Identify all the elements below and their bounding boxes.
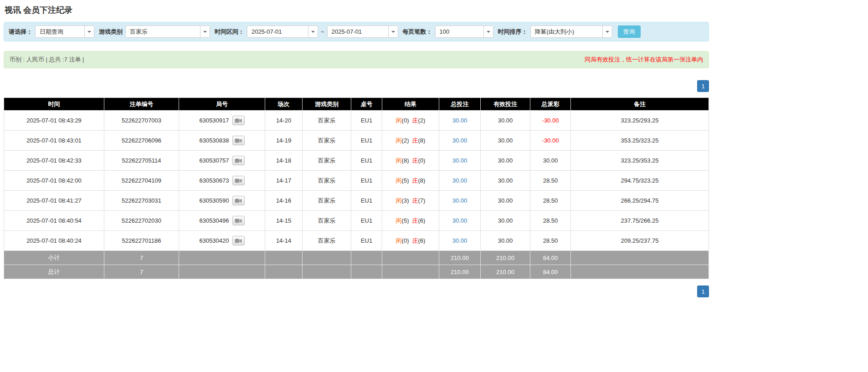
cell-session: 14-20 <box>265 111 303 131</box>
result-player-label: 闲 <box>396 157 402 164</box>
cell-total-bet: 30.00 <box>439 111 481 131</box>
result-player-count: (0) <box>402 237 409 244</box>
result-banker-label: 庄 <box>412 117 418 124</box>
cell-game-type: 百家乐 <box>303 171 351 191</box>
round-wrap: 630530590 <box>180 196 264 205</box>
result-banker-count: (6) <box>418 237 426 244</box>
summary-empty-cell <box>179 251 265 265</box>
cell-remark: 237.75/266.25 <box>571 211 709 231</box>
table-header-row: 时间注单编号局号场次游戏类别桌号结果总投注有效投注总派彩备注 <box>4 98 709 111</box>
page-button[interactable]: 1 <box>697 80 709 92</box>
video-button[interactable] <box>232 116 245 125</box>
cell-valid-bet: 30.00 <box>481 231 530 251</box>
filter-bar: 请选择： 日期查询 游戏类别 百家乐 时间区间： 2025-07-01 ~ 20… <box>4 22 709 41</box>
page-size-dropdown[interactable]: 100 <box>435 25 493 38</box>
cell-bet-id: 522622701186 <box>104 231 179 251</box>
cell-game-type: 百家乐 <box>303 211 351 231</box>
result-banker-count: (8) <box>418 177 426 184</box>
table-footer: 小计7210.00210.0084.00总计7210.00210.0084.00 <box>4 251 709 279</box>
round-number: 630530496 <box>199 217 229 224</box>
summary-count-cell: 7 <box>104 251 179 265</box>
cell-remark: 323.25/353.25 <box>571 151 709 171</box>
round-number: 630530673 <box>199 177 229 184</box>
result-banker-label: 庄 <box>412 157 418 164</box>
total-bet-link[interactable]: 30.00 <box>452 217 467 224</box>
table-body: 2025-07-01 08:43:29522622707003630530917… <box>4 111 709 251</box>
video-button[interactable] <box>232 156 245 165</box>
cell-remark: 209.25/237.75 <box>571 231 709 251</box>
date-to-value: 2025-07-01 <box>328 26 388 37</box>
total-bet-link[interactable]: 30.00 <box>452 117 467 124</box>
cell-time: 2025-07-01 08:40:54 <box>4 211 104 231</box>
result-player-count: (3) <box>402 197 409 204</box>
chevron-down-icon[interactable] <box>602 26 612 37</box>
chevron-down-icon[interactable] <box>483 26 493 37</box>
table-row: 2025-07-01 08:40:24522622701186630530420… <box>4 231 709 251</box>
video-button[interactable] <box>232 176 245 185</box>
video-button[interactable] <box>232 236 245 245</box>
cell-valid-bet: 30.00 <box>481 111 530 131</box>
column-header: 总派彩 <box>530 98 571 111</box>
cell-result: 闲(2)庄(8) <box>382 131 439 151</box>
betting-records-table: 时间注单编号局号场次游戏类别桌号结果总投注有效投注总派彩备注 2025-07-0… <box>4 97 709 279</box>
cell-time: 2025-07-01 08:41:27 <box>4 191 104 211</box>
total-bet-link[interactable]: 30.00 <box>452 137 467 144</box>
video-button[interactable] <box>232 216 245 225</box>
cell-table-no: EU1 <box>351 231 382 251</box>
cell-game-type: 百家乐 <box>303 231 351 251</box>
result-player-count: (5) <box>402 177 409 184</box>
select-type-label: 请选择： <box>9 28 32 36</box>
column-header: 备注 <box>571 98 709 111</box>
chevron-down-icon[interactable] <box>84 26 94 37</box>
round-wrap: 630530917 <box>180 116 264 125</box>
column-header: 时间 <box>4 98 104 111</box>
summary-empty-cell <box>303 251 351 265</box>
notice-text: 同局有效投注，统一计算在该局第一张注单内 <box>585 56 703 64</box>
summary-row: 小计7210.00210.0084.00 <box>4 251 709 265</box>
cell-game-type: 百家乐 <box>303 151 351 171</box>
game-type-dropdown[interactable]: 百家乐 <box>125 25 210 38</box>
total-bet-link[interactable]: 30.00 <box>452 157 467 164</box>
cell-table-no: EU1 <box>351 171 382 191</box>
cell-time: 2025-07-01 08:43:29 <box>4 111 104 131</box>
summary-empty-cell <box>382 265 439 279</box>
cell-payout: 28.50 <box>530 231 571 251</box>
select-type-dropdown[interactable]: 日期查询 <box>35 25 94 38</box>
date-to-dropdown[interactable]: 2025-07-01 <box>327 25 398 38</box>
chevron-down-icon[interactable] <box>200 26 210 37</box>
result-player-label: 闲 <box>396 217 402 224</box>
total-bet-link[interactable]: 30.00 <box>452 177 467 184</box>
page-button[interactable]: 1 <box>697 285 709 297</box>
cell-remark: 323.25/293.25 <box>571 111 709 131</box>
total-bet-link[interactable]: 30.00 <box>452 237 467 244</box>
video-button[interactable] <box>232 136 245 145</box>
result-player-label: 闲 <box>396 177 402 184</box>
cell-valid-bet: 30.00 <box>481 191 530 211</box>
cell-table-no: EU1 <box>351 151 382 171</box>
date-from-dropdown[interactable]: 2025-07-01 <box>247 25 318 38</box>
chevron-down-icon[interactable] <box>388 26 398 37</box>
cell-total-bet: 30.00 <box>439 131 481 151</box>
cell-valid-bet: 30.00 <box>481 171 530 191</box>
table-row: 2025-07-01 08:43:01522622706096630530838… <box>4 131 709 151</box>
result-banker-label: 庄 <box>412 177 418 184</box>
table-row: 2025-07-01 08:40:54522622702030630530496… <box>4 211 709 231</box>
cell-round: 630530673 <box>179 171 265 191</box>
select-type-value: 日期查询 <box>36 26 84 37</box>
cell-time: 2025-07-01 08:42:00 <box>4 171 104 191</box>
summary-empty-cell <box>382 251 439 265</box>
cell-table-no: EU1 <box>351 131 382 151</box>
cell-session: 14-17 <box>265 171 303 191</box>
column-header: 结果 <box>382 98 439 111</box>
cell-result: 闲(8)庄(0) <box>382 151 439 171</box>
total-bet-link[interactable]: 30.00 <box>452 197 467 204</box>
sort-order-dropdown[interactable]: 降冪(由大到小) <box>530 25 612 38</box>
summary-empty-cell <box>179 265 265 279</box>
search-button[interactable]: 查询 <box>618 25 641 38</box>
cell-bet-id: 522622706096 <box>104 131 179 151</box>
chevron-down-icon[interactable] <box>308 26 318 37</box>
cell-payout: -30.00 <box>530 111 571 131</box>
table-row: 2025-07-01 08:42:33522622705114630530757… <box>4 151 709 171</box>
video-button[interactable] <box>232 196 245 205</box>
cell-session: 14-19 <box>265 131 303 151</box>
